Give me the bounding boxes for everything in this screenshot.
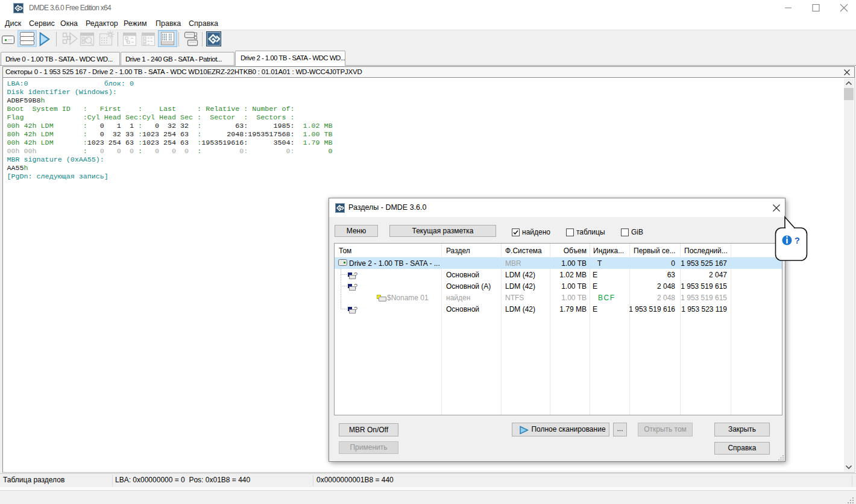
svg-text:?: ?: [795, 236, 800, 245]
